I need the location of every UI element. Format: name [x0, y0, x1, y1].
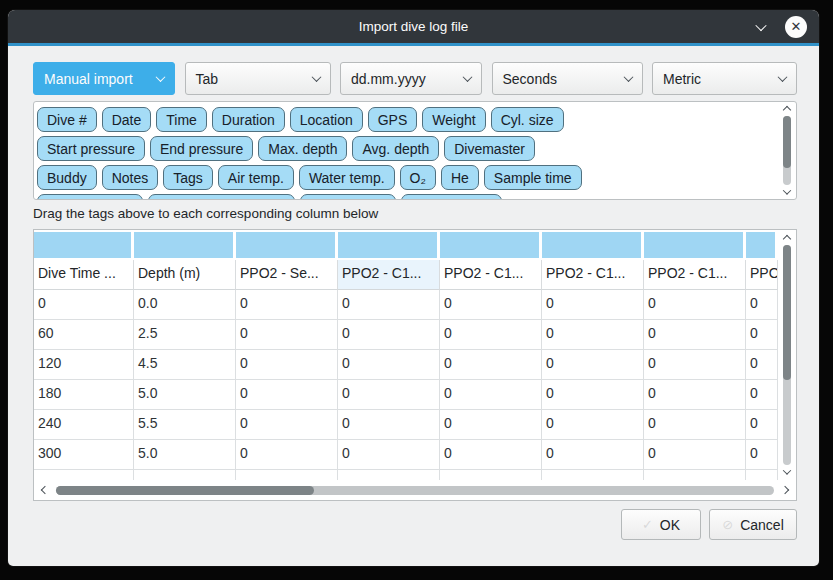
tag-sample-time[interactable]: Sample time	[484, 165, 582, 190]
table-row: 1204.5000000	[34, 350, 778, 380]
scrollbar-thumb[interactable]	[56, 486, 314, 495]
table-row: 00.0000000	[34, 290, 778, 320]
partial-row	[34, 470, 778, 480]
scroll-down-icon[interactable]	[782, 467, 792, 476]
scroll-up-icon[interactable]	[782, 105, 792, 114]
scroll-right-icon[interactable]	[780, 486, 790, 495]
window-shade-button[interactable]	[753, 19, 769, 35]
scrollbar-thumb[interactable]	[783, 116, 791, 168]
table-cell: 0	[542, 440, 644, 470]
scroll-left-icon[interactable]	[40, 486, 50, 495]
close-button[interactable]: ✕	[785, 16, 807, 38]
tag-max-depth[interactable]: Max. depth	[258, 136, 347, 161]
tag-avg-depth[interactable]: Avg. depth	[352, 136, 439, 161]
cancel-button-label: Cancel	[740, 517, 784, 533]
table-cell: 0	[644, 380, 746, 410]
column-header[interactable]: PPO2 - Se...	[236, 260, 338, 290]
table-cell: 0	[236, 410, 338, 440]
tag-divemaster[interactable]: Divemaster	[444, 136, 535, 161]
cancel-circle-icon: ⊘	[722, 517, 733, 532]
tag-buddy[interactable]: Buddy	[37, 165, 97, 190]
tag-end-pressure[interactable]: End pressure	[150, 136, 253, 161]
table-cell: 5.0	[134, 440, 236, 470]
scroll-down-icon[interactable]	[782, 187, 792, 196]
column-header[interactable]: PPO2	[746, 260, 778, 290]
chevron-down-icon	[463, 72, 473, 82]
table-cell: 0	[644, 440, 746, 470]
tag-date[interactable]: Date	[102, 107, 152, 132]
drop-target-cell[interactable]	[134, 232, 236, 258]
table-cell: 60	[34, 320, 134, 350]
column-header[interactable]: PPO2 - C1...	[338, 260, 440, 290]
import-type-select[interactable]: Manual import	[33, 62, 175, 95]
table-cell: 0	[644, 290, 746, 320]
column-header[interactable]: Depth (m)	[134, 260, 236, 290]
tag-cyl-size[interactable]: Cyl. size	[491, 107, 564, 132]
chevron-down-icon	[623, 72, 633, 82]
tag-sample-po[interactable]: Sample pO₂	[300, 194, 395, 200]
scrollbar-track[interactable]	[783, 245, 791, 465]
tag-duration[interactable]: Duration	[212, 107, 285, 132]
table-horizontal-scrollbar[interactable]	[34, 480, 796, 500]
tag-air-temp[interactable]: Air temp.	[218, 165, 294, 190]
table-cell: 4.5	[134, 350, 236, 380]
table-cell: 0	[440, 320, 542, 350]
tag-sample-cns[interactable]: Sample CNS	[401, 194, 502, 200]
table-cell: 0	[236, 320, 338, 350]
table-cell: 120	[34, 350, 134, 380]
table-cell: 0	[236, 440, 338, 470]
table-cell	[34, 470, 134, 480]
tag-time[interactable]: Time	[156, 107, 207, 132]
table-cell: 0	[440, 290, 542, 320]
tag-sample-depth[interactable]: Sample depth	[37, 194, 143, 200]
tag-weight[interactable]: Weight	[422, 107, 485, 132]
table-cell: 0	[746, 380, 778, 410]
tag-o[interactable]: O₂	[400, 165, 436, 190]
table-cell: 0	[338, 350, 440, 380]
tag-water-temp[interactable]: Water temp.	[299, 165, 395, 190]
tag-gps[interactable]: GPS	[368, 107, 418, 132]
tag-pane-vertical-scrollbar[interactable]	[780, 105, 794, 196]
column-header[interactable]: Dive Time ...	[34, 260, 134, 290]
table-cell	[746, 470, 778, 480]
drop-target-cell[interactable]	[644, 232, 746, 258]
combo-selected-value: Seconds	[503, 71, 557, 87]
combo-selected-value: Manual import	[44, 71, 133, 87]
column-header[interactable]: PPO2 - C1...	[440, 260, 542, 290]
units-select[interactable]: Metric	[652, 62, 797, 95]
drop-target-cell[interactable]	[440, 232, 542, 258]
scrollbar-track[interactable]	[783, 116, 791, 185]
scrollbar-thumb[interactable]	[783, 245, 791, 380]
drop-target-cell[interactable]	[338, 232, 440, 258]
scrollbar-track[interactable]	[56, 486, 774, 495]
tag-he[interactable]: He	[441, 165, 479, 190]
header-row: Dive Time ...Depth (m)PPO2 - Se...PPO2 -…	[34, 260, 778, 290]
drag-instruction-label: Drag the tags above to each correspondin…	[33, 206, 797, 221]
field-separator-select[interactable]: Tab	[185, 62, 331, 95]
chevron-down-icon	[311, 72, 321, 82]
drop-target-cell[interactable]	[746, 232, 778, 258]
table-cell: 0	[746, 290, 778, 320]
tag-dive[interactable]: Dive #	[37, 107, 97, 132]
tag-start-pressure[interactable]: Start pressure	[37, 136, 145, 161]
scroll-up-icon[interactable]	[782, 234, 792, 243]
ok-button[interactable]: ✓ OK	[621, 509, 701, 540]
table-cell: 0	[34, 290, 134, 320]
table-cell: 0	[338, 410, 440, 440]
date-format-select[interactable]: dd.mm.yyyy	[340, 62, 482, 95]
drop-target-cell[interactable]	[236, 232, 338, 258]
tag-sample-temperature[interactable]: Sample temperature	[148, 194, 295, 200]
cancel-button[interactable]: ⊘ Cancel	[709, 509, 797, 540]
duration-format-select[interactable]: Seconds	[492, 62, 643, 95]
drop-target-cell[interactable]	[34, 232, 134, 258]
titlebar[interactable]: Import dive log file ✕	[8, 10, 819, 43]
tag-tags[interactable]: Tags	[163, 165, 213, 190]
drop-target-cell[interactable]	[542, 232, 644, 258]
column-header[interactable]: PPO2 - C1...	[542, 260, 644, 290]
table-cell: 0	[746, 440, 778, 470]
tag-location[interactable]: Location	[290, 107, 363, 132]
column-header[interactable]: PPO2 - C1...	[644, 260, 746, 290]
tag-notes[interactable]: Notes	[102, 165, 159, 190]
table-cell: 0	[542, 320, 644, 350]
table-vertical-scrollbar[interactable]	[778, 230, 796, 480]
